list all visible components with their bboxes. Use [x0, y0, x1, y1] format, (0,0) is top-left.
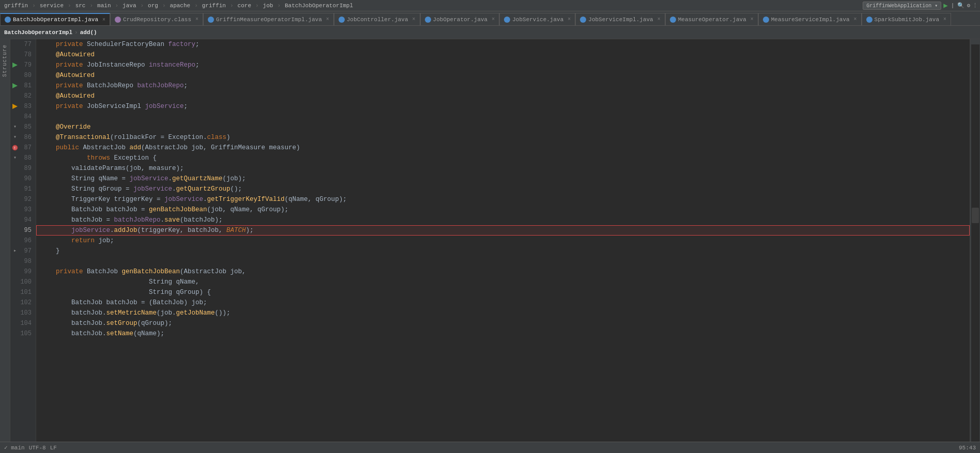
tab-jobserviceimpl[interactable]: JobServiceImpl.java ×	[575, 13, 665, 25]
line-num-84: 84	[10, 112, 36, 122]
code-line-95: jobService.addJob(triggerKey, batchJob, …	[36, 225, 970, 236]
gutter-icon-87[interactable]: !	[11, 144, 19, 151]
tab-close-btn[interactable]: ×	[492, 17, 495, 22]
line-num-77: 77	[10, 39, 36, 50]
tab-label: JobOperator.java	[433, 17, 488, 23]
nav-java[interactable]: java	[120, 3, 138, 9]
tab-close-btn[interactable]: ×	[326, 17, 329, 22]
toolbar-settings[interactable]: ⚙	[967, 2, 970, 9]
line-num-86: ▾ 86	[10, 132, 36, 143]
svg-text:!: !	[13, 146, 16, 150]
svg-marker-1	[12, 83, 18, 88]
tab-measureserviceimpl[interactable]: MeasureServiceImpl.java ×	[758, 13, 862, 25]
code-line-104: batchJob.setGroup(qGroup);	[36, 318, 970, 329]
scroll-thumb[interactable]	[972, 208, 979, 223]
code-line-92: TriggerKey triggerKey = jobService.getTr…	[36, 194, 970, 205]
code-line-94: batchJob = batchJobRepo.save(batchJob);	[36, 215, 970, 225]
nav-org[interactable]: org	[146, 3, 160, 9]
toolbar-more[interactable]: ⋮	[972, 2, 978, 9]
line-num-83: 83	[10, 101, 36, 112]
tab-close-btn[interactable]: ×	[751, 17, 754, 22]
gutter-icon-79[interactable]	[11, 61, 19, 69]
line-num-101: 101	[10, 287, 36, 298]
fold-marker-97[interactable]: ▸	[11, 247, 19, 255]
nav-main[interactable]: main	[95, 3, 113, 9]
code-line-96: return job;	[36, 236, 970, 246]
nav-core[interactable]: core	[236, 3, 253, 9]
tab-icon-java	[208, 17, 214, 23]
sidebar-right	[970, 39, 980, 453]
tab-label: BatchJobOperatorImpl.java	[13, 17, 98, 23]
tab-joboperator[interactable]: JobOperator.java ×	[420, 13, 500, 25]
code-line-98	[36, 256, 970, 267]
nav-griffin2[interactable]: griffin	[200, 3, 228, 9]
tab-close-btn[interactable]: ×	[568, 17, 571, 22]
code-line-88: throws Exception {	[36, 153, 970, 163]
breadcrumb-method[interactable]: add()	[80, 29, 97, 36]
fold-marker-85[interactable]: ▾	[11, 123, 19, 131]
tab-bar: BatchJobOperatorImpl.java × CrudReposito…	[0, 11, 980, 26]
line-num-85: ▾ 85	[10, 122, 36, 132]
nav-griffin[interactable]: griffin	[2, 3, 30, 9]
tab-icon-java	[670, 17, 676, 23]
tab-griffinmeasure[interactable]: GriffinMeasureOperatorImpl.java ×	[203, 13, 334, 25]
gutter-icon-83[interactable]	[11, 103, 19, 110]
line-num-82: 82	[10, 91, 36, 101]
tab-label: SparkSubmitJob.java	[875, 17, 939, 23]
status-line-sep: LF	[50, 445, 57, 451]
code-line-105: batchJob.setName(qName);	[36, 329, 970, 339]
line-num-100: 100	[10, 277, 36, 287]
tab-measureoperator[interactable]: MeasureOperator.java ×	[665, 13, 758, 25]
gutter-icon-81[interactable]	[11, 82, 19, 89]
tab-icon-java	[580, 17, 586, 23]
code-line-81: private BatchJobRepo batchJobRepo;	[36, 81, 970, 91]
run-button[interactable]: ▶	[943, 1, 947, 10]
tab-icon-java	[504, 17, 510, 23]
code-line-80: @Autowired	[36, 70, 970, 81]
line-numbers: 77 78 79 80 81	[10, 39, 36, 453]
fold-marker-86[interactable]: ▾	[11, 134, 19, 141]
line-num-99: 99	[10, 267, 36, 277]
nav-class[interactable]: BatchJobOperatorImpl	[283, 3, 355, 9]
toolbar-search[interactable]: 🔍	[957, 2, 964, 9]
sidebar-structure-label[interactable]: Structure	[2, 44, 8, 77]
line-num-80: 80	[10, 70, 36, 81]
tab-close-btn[interactable]: ×	[412, 17, 416, 22]
nav-job[interactable]: job	[261, 3, 275, 9]
nav-src[interactable]: src	[73, 3, 88, 9]
line-num-103: 103	[10, 308, 36, 318]
tab-jobservice[interactable]: JobService.java ×	[499, 13, 575, 25]
minimap	[971, 44, 979, 453]
code-line-90: String qName = jobService.getQuartzName(…	[36, 174, 970, 184]
breadcrumb-class[interactable]: BatchJobOperatorImpl	[4, 29, 72, 36]
tab-icon-java	[5, 17, 11, 23]
nav-service[interactable]: service	[38, 3, 66, 9]
tab-jobcontroller[interactable]: JobController.java ×	[334, 13, 420, 25]
fold-marker-88[interactable]: ▾	[11, 154, 19, 162]
code-line-103: batchJob.setMetricName(job.getJobName())…	[36, 308, 970, 318]
tab-crudrepository[interactable]: CrudRepository.class ×	[110, 13, 203, 25]
tab-batchjoboperatorimpl[interactable]: BatchJobOperatorImpl.java ×	[0, 13, 110, 25]
line-num-105: 105	[10, 329, 36, 339]
line-num-94: 94	[10, 215, 36, 225]
tab-close-btn[interactable]: ×	[657, 17, 661, 22]
code-line-78: @Autowired	[36, 50, 970, 60]
code-line-84	[36, 112, 970, 122]
nav-apache[interactable]: apache	[168, 3, 193, 9]
tab-close-btn[interactable]: ×	[943, 17, 946, 22]
line-num-98: 98	[10, 256, 36, 267]
top-nav-bar: griffin › service › src › main › java › …	[0, 0, 980, 11]
tab-icon-class	[115, 17, 121, 23]
code-line-85: @Override	[36, 122, 970, 132]
code-line-97: }	[36, 246, 970, 256]
tab-sparksubmitjob[interactable]: SparkSubmitJob.java ×	[862, 13, 951, 25]
line-num-97: ▸ 97	[10, 246, 36, 256]
tab-icon-java	[425, 17, 431, 23]
tab-label: MeasureServiceImpl.java	[771, 17, 850, 23]
tab-close-btn[interactable]: ×	[195, 17, 198, 22]
code-editor[interactable]: private SchedulerFactoryBean factory; @A…	[36, 39, 970, 453]
tab-close-btn[interactable]: ×	[102, 17, 105, 23]
app-name-btn[interactable]: GriffinWebApplication ▾	[863, 2, 941, 10]
tab-close-btn[interactable]: ×	[854, 17, 857, 22]
line-num-81: 81	[10, 81, 36, 91]
